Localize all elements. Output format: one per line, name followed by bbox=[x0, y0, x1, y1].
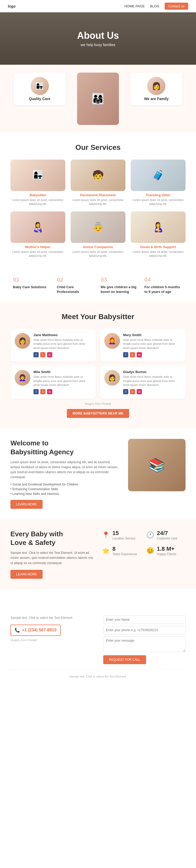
welcome-title: Welcome toBabysitting Agency bbox=[10, 439, 120, 457]
step-2-num: 02 bbox=[57, 276, 96, 283]
logo: logo bbox=[8, 4, 16, 8]
navigation: logo HOME PAGE BLOG Contact us bbox=[0, 0, 196, 12]
jane-twitter-icon[interactable]: t bbox=[40, 352, 45, 358]
jane-desc: Glae amet rhnsl libero molestie ante ut … bbox=[33, 338, 92, 350]
phone-icon: 📞 bbox=[15, 628, 20, 633]
center-image: 👨‍👩‍👧 bbox=[77, 72, 119, 125]
location-icon: 📍 bbox=[102, 531, 110, 539]
sitter-mary: 👩‍🦰 Mary Smith Glae amet rhnsl llbaro mo… bbox=[100, 329, 186, 362]
star-icon: ⭐ bbox=[102, 547, 110, 554]
footer-bottom-text: Sample text. Click to select the Text El… bbox=[10, 670, 186, 678]
mary-socials: f t in bbox=[123, 352, 181, 358]
quality-care-label: Quality Care bbox=[29, 97, 50, 101]
nav-home[interactable]: HOME PAGE bbox=[124, 4, 145, 8]
service-desc-babysitter: Lorem ipsum dolor sit amet, consectetur … bbox=[10, 198, 65, 206]
service-img-senior: 👵 bbox=[71, 211, 125, 243]
footer-phone-number: +1 (234) 567-8910 bbox=[22, 628, 56, 632]
more-btn-wrap: MORE BABYSITTERS NEAR ME bbox=[10, 409, 186, 418]
footer-phone-button[interactable]: 📞 +1 (234) 567-8910 bbox=[10, 625, 61, 636]
service-name-mothers: Mother's Helper bbox=[25, 245, 51, 249]
service-permanent: 🧒 Permanent Placement Lorem ipsum dolor … bbox=[71, 160, 125, 206]
step-2: 02 Child Care Professionals bbox=[54, 276, 98, 294]
more-babysitters-button[interactable]: MORE BABYSITTERS NEAR ME bbox=[67, 409, 129, 418]
stat-location: 📍 15 Location Service bbox=[102, 530, 141, 540]
footer-left: Sample text. Click to select the Text El… bbox=[10, 615, 93, 664]
service-img-doula: 🤱 bbox=[131, 211, 186, 243]
stat-location-num: 15 bbox=[112, 530, 135, 536]
stats-learn-button[interactable]: LEARN MORE bbox=[10, 570, 43, 579]
mila-avatar: 👩‍🦱 bbox=[15, 370, 30, 386]
mary-avatar: 👩‍🦰 bbox=[104, 333, 120, 349]
form-phone-input[interactable] bbox=[103, 626, 186, 634]
service-img-traveling: 🧳 bbox=[131, 160, 186, 191]
jane-name: Jane Matthews bbox=[33, 333, 92, 337]
stat-experience-info: 8 Years Experience bbox=[112, 546, 137, 556]
mila-instagram-icon[interactable]: in bbox=[47, 389, 52, 394]
mila-twitter-icon[interactable]: t bbox=[40, 389, 45, 394]
jane-instagram-icon[interactable]: in bbox=[47, 352, 52, 358]
bullet-3: • Learning New Skills and Interests bbox=[10, 492, 120, 496]
meet-freepik-note: Images from Freepik bbox=[10, 402, 186, 405]
footer-freepik-note: Images from Freepik bbox=[10, 639, 93, 642]
mary-twitter-icon[interactable]: t bbox=[130, 352, 135, 358]
meet-section: Meet Your Babysitter 👩 Jane Matthews Gla… bbox=[0, 302, 196, 428]
nav-cta-button[interactable]: Contact us bbox=[165, 3, 188, 10]
happy-icon: 😊 bbox=[146, 547, 154, 554]
mila-desc: Glae amet rhnsl libero molestie ante ut … bbox=[33, 375, 92, 387]
service-mothers-helper: 👩‍🍼 Mother's Helper Lorem ipsum dolor si… bbox=[10, 211, 65, 258]
gladys-facebook-icon[interactable]: f bbox=[123, 389, 128, 394]
sitter-gladys: 👩 Gladys Burton Glae amet rhnsl libero m… bbox=[100, 366, 186, 399]
jane-info: Jane Matthews Glae amet rhnsl libero mol… bbox=[33, 333, 92, 358]
jane-socials: f t in bbox=[33, 352, 92, 358]
footer-right: REQUEST FOR CALL bbox=[103, 615, 186, 664]
request-call-button[interactable]: REQUEST FOR CALL bbox=[103, 655, 146, 664]
hero-content: About Us we help busy families bbox=[77, 30, 119, 47]
meet-title: Meet Your Babysitter bbox=[10, 313, 186, 321]
steps-row: 01 Baby Care Solutions 02 Child Care Pro… bbox=[10, 276, 186, 294]
stat-location-label: Location Service bbox=[112, 536, 135, 540]
service-desc-traveling: Lorem ipsum dolor sit amet, consectetur … bbox=[131, 198, 186, 206]
nav-blog[interactable]: BLOG bbox=[150, 4, 159, 8]
footer-section: Sample text. Click to select the Text El… bbox=[0, 605, 196, 688]
steps-section: 01 Baby Care Solutions 02 Child Care Pro… bbox=[0, 269, 196, 302]
welcome-para: Lorem ipsum dolor sit amet, consectetur … bbox=[10, 460, 120, 480]
family-image: 👩 bbox=[147, 77, 165, 95]
mary-info: Mary Smith Glae amet rhnsl llbaro molest… bbox=[123, 333, 181, 358]
bullet-1: • Social and Emotional Development for C… bbox=[10, 483, 120, 486]
stat-experience-num: 8 bbox=[112, 546, 137, 552]
service-name-traveling: Traveling Sitter bbox=[146, 193, 170, 197]
hero-title: About Us bbox=[77, 30, 119, 41]
form-message-textarea[interactable] bbox=[103, 637, 186, 652]
gladys-instagram-icon[interactable]: in bbox=[137, 389, 142, 394]
mila-name: Mila Smith bbox=[33, 370, 92, 374]
gladys-name: Gladys Burton bbox=[123, 370, 181, 374]
welcome-text: Welcome toBabysitting Agency Lorem ipsum… bbox=[10, 439, 120, 508]
mila-facebook-icon[interactable]: f bbox=[33, 389, 39, 394]
footer-grid: Sample text. Click to select the Text El… bbox=[10, 615, 186, 664]
stat-clients-label: Happy Clients bbox=[157, 552, 177, 556]
gladys-twitter-icon[interactable]: t bbox=[130, 389, 135, 394]
stat-clients: 😊 1.8 M+ Happy Clients bbox=[146, 546, 186, 556]
welcome-learn-button[interactable]: LEARN MORE bbox=[10, 500, 43, 509]
bullet-2: • Enhancing Communication Skills bbox=[10, 487, 120, 491]
service-doula: 🤱 Doula & Birth Support Lorem ipsum dolo… bbox=[131, 211, 186, 258]
sitter-mila: 👩‍🦱 Mila Smith Glae amet rhnsl libero mo… bbox=[10, 366, 96, 399]
mary-facebook-icon[interactable]: f bbox=[123, 352, 128, 358]
form-name-input[interactable] bbox=[103, 615, 186, 624]
welcome-image: 📚 bbox=[128, 439, 186, 491]
mary-desc: Glae amet rhnsl llbaro molestie ante ut … bbox=[123, 338, 181, 350]
service-desc-mothers: Lorem ipsum dolor sit amet, consectetur … bbox=[10, 250, 65, 258]
sitters-grid: 👩 Jane Matthews Glae amet rhnsl libero m… bbox=[10, 329, 186, 399]
jane-facebook-icon[interactable]: f bbox=[33, 352, 39, 358]
stats-grid: 📍 15 Location Service 🕐 24/7 Customer ca… bbox=[102, 530, 186, 556]
spacer bbox=[0, 589, 196, 605]
services-title: Our Services bbox=[10, 143, 186, 152]
step-4-num: 04 bbox=[145, 276, 183, 283]
mary-instagram-icon[interactable]: in bbox=[137, 352, 142, 358]
stats-section: Every Baby withLove & Safety Sample text… bbox=[0, 519, 196, 589]
service-img-babysitter: 👩‍👧 bbox=[10, 160, 65, 191]
jane-avatar: 👩 bbox=[15, 333, 30, 349]
stat-customer-num: 24/7 bbox=[157, 530, 178, 536]
hero-section: About Us we help busy families bbox=[0, 12, 196, 65]
stat-clients-num: 1.8 M+ bbox=[157, 546, 177, 552]
